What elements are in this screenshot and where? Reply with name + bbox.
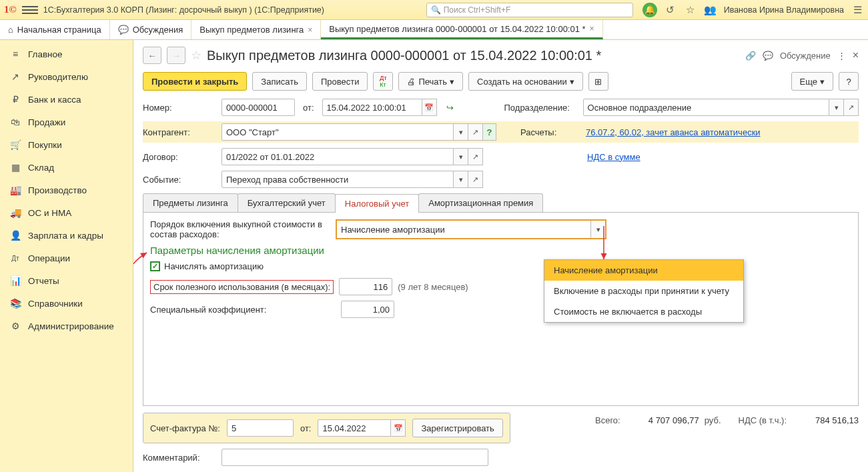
tab-leasing-items[interactable]: Предметы лизинга — [143, 193, 238, 212]
vat-link[interactable]: НДС в сумме — [587, 152, 640, 162]
tab-label: Выкуп предметов лизинга 0000-000001 от 1… — [329, 24, 585, 34]
dropdown-option[interactable]: Включение в расходы при принятии к учету — [544, 281, 743, 301]
tab-accounting[interactable]: Бухгалтерский учет — [238, 193, 336, 212]
dtkt-button[interactable]: ДтКт — [373, 72, 393, 91]
history-icon[interactable]: ↺ — [664, 3, 677, 17]
back-button[interactable]: ← — [143, 47, 161, 64]
register-button[interactable]: Зарегистрировать — [412, 419, 502, 437]
calc-link[interactable]: 76.07.2, 60.02, зачет аванса автоматичес… — [586, 127, 761, 137]
discuss-icon[interactable]: 💬 — [763, 51, 773, 61]
users-icon[interactable]: 👥 — [704, 3, 717, 17]
sidebar-label: Покупки — [28, 140, 62, 150]
date-input[interactable]: 15.04.2022 10:00:01 — [322, 99, 422, 116]
tab-pane-tax: Порядок включения выкупной стоимости в с… — [143, 213, 859, 406]
tab-leasing-doc[interactable]: Выкуп предметов лизинга 0000-000001 от 1… — [321, 20, 602, 39]
tab-amort-bonus[interactable]: Амортизационная премия — [418, 193, 543, 212]
contract-input[interactable]: 01/2022 от 01.01.2022 — [222, 148, 454, 165]
chevron-down-icon: ▾ — [570, 77, 574, 87]
sidebar-item-purchases[interactable]: 🛒Покупки — [0, 133, 133, 156]
chat-icon: 💬 — [118, 25, 129, 35]
post-button[interactable]: Провести — [312, 72, 368, 91]
app-title: 1С:Бухгалтерия 3.0 КОРП (Лизинг: досрочн… — [43, 5, 324, 15]
life-hint: (9 лет 8 месяцев) — [398, 282, 468, 292]
chevron-down-icon[interactable]: ▾ — [829, 99, 844, 116]
truck-icon: 🚚 — [9, 207, 21, 219]
invoice-date-input[interactable]: 15.04.2022 — [318, 419, 391, 437]
dtkt-icon: ДтКт — [380, 75, 386, 88]
open-icon[interactable]: ↗ — [468, 148, 483, 165]
sidebar-item-main[interactable]: ≡Главное — [0, 43, 133, 65]
search-input[interactable]: 🔍 Поиск Ctrl+Shift+F — [426, 3, 633, 17]
grid-icon: ▦ — [9, 161, 21, 173]
sidebar-item-bank[interactable]: ₽Банк и касса — [0, 88, 133, 111]
bell-icon[interactable]: 🔔 — [642, 3, 657, 17]
tab-label: Начальная страница — [17, 25, 101, 35]
sidebar-label: Отчеты — [28, 276, 59, 286]
sidebar-item-assets[interactable]: 🚚ОС и НМА — [0, 201, 133, 224]
hamburger-icon[interactable] — [22, 2, 38, 18]
print-button[interactable]: 🖨Печать▾ — [398, 72, 463, 91]
open-icon[interactable]: ↗ — [468, 171, 483, 188]
sidebar-item-production[interactable]: 🏭Производство — [0, 179, 133, 201]
sidebar-label: Зарплата и кадры — [28, 231, 103, 241]
sidebar-item-admin[interactable]: ⚙Администрирование — [0, 315, 133, 337]
tab-tax[interactable]: Налоговый учет — [335, 194, 419, 213]
tab-home[interactable]: ⌂ Начальная страница — [0, 20, 110, 39]
more-icon[interactable]: ⋮ — [837, 51, 846, 61]
sidebar-item-stock[interactable]: ▦Склад — [0, 156, 133, 179]
forward-button[interactable]: → — [167, 47, 185, 64]
sidebar-item-manager[interactable]: ↗Руководителю — [0, 65, 133, 88]
close-icon[interactable]: × — [308, 25, 312, 35]
menu-icon[interactable]: ☰ — [851, 3, 864, 17]
sidebar-item-hr[interactable]: 👤Зарплата и кадры — [0, 224, 133, 247]
comment-input[interactable] — [222, 449, 488, 466]
tab-leasing-list[interactable]: Выкуп предметов лизинга × — [191, 20, 321, 39]
home-icon: ⌂ — [8, 25, 13, 35]
help-button[interactable]: ? — [839, 72, 859, 91]
write-button[interactable]: Записать — [252, 72, 307, 91]
calendar-icon[interactable]: 📅 — [391, 419, 406, 437]
sidebar-label: Операции — [28, 253, 70, 263]
help-icon[interactable]: ? — [483, 123, 496, 141]
open-icon[interactable]: ↗ — [468, 123, 483, 141]
discuss-label[interactable]: Обсуждение — [780, 51, 831, 61]
chevron-down-icon[interactable]: ▾ — [454, 123, 468, 141]
star-icon[interactable]: ☆ — [684, 3, 697, 17]
subdiv-input[interactable]: Основное подразделение — [583, 99, 829, 116]
tab-discuss[interactable]: 💬 Обсуждения — [110, 20, 192, 39]
create-based-button[interactable]: Создать на основании▾ — [468, 72, 583, 91]
close-icon[interactable]: × — [853, 49, 859, 61]
calendar-icon[interactable]: 📅 — [422, 99, 437, 116]
input-value: 1,00 — [373, 305, 390, 315]
life-input[interactable]: 116 — [339, 278, 392, 295]
invoice-no-input[interactable]: 5 — [227, 419, 294, 437]
btn-label: Еще — [800, 77, 817, 87]
open-icon[interactable]: ↗ — [844, 99, 859, 116]
order-dropdown: Начисление амортизации Включение в расхо… — [544, 259, 744, 323]
sidebar-item-reports[interactable]: 📊Отчеты — [0, 269, 133, 292]
post-close-button[interactable]: Провести и закрыть — [143, 72, 247, 91]
dropdown-option[interactable]: Стоимость не включается в расходы — [544, 301, 743, 322]
link-icon[interactable]: 🔗 — [745, 51, 756, 61]
star-outline-icon[interactable]: ☆ — [191, 48, 201, 63]
chevron-down-icon[interactable]: ▾ — [454, 148, 468, 165]
coef-input[interactable]: 1,00 — [341, 301, 394, 318]
contractor-input[interactable]: ООО "Старт" — [222, 123, 454, 141]
event-input[interactable]: Переход права собственности — [222, 171, 454, 188]
number-input[interactable]: 0000-000001 — [222, 99, 295, 116]
amort-checkbox[interactable]: ✓ — [150, 261, 160, 271]
dropdown-option[interactable]: Начисление амортизации — [544, 260, 743, 281]
contractor-label: Контрагент: — [143, 127, 216, 137]
sidebar-item-operations[interactable]: ДтОперации — [0, 247, 133, 269]
structure-button[interactable]: ⊞ — [588, 72, 608, 91]
chevron-down-icon[interactable]: ▾ — [454, 171, 468, 188]
chevron-down-icon[interactable]: ▾ — [590, 221, 605, 238]
close-icon[interactable]: × — [590, 24, 594, 33]
sidebar-item-sales[interactable]: 🛍Продажи — [0, 111, 133, 133]
more-button[interactable]: Еще▾ — [791, 72, 833, 91]
search-placeholder: Поиск Ctrl+Shift+F — [444, 5, 511, 15]
printer-icon: 🖨 — [407, 77, 416, 87]
order-select[interactable]: Начисление амортизации — [337, 221, 590, 238]
invoice-label: Счет-фактура №: — [150, 423, 220, 433]
sidebar-item-directories[interactable]: 📚Справочники — [0, 292, 133, 315]
